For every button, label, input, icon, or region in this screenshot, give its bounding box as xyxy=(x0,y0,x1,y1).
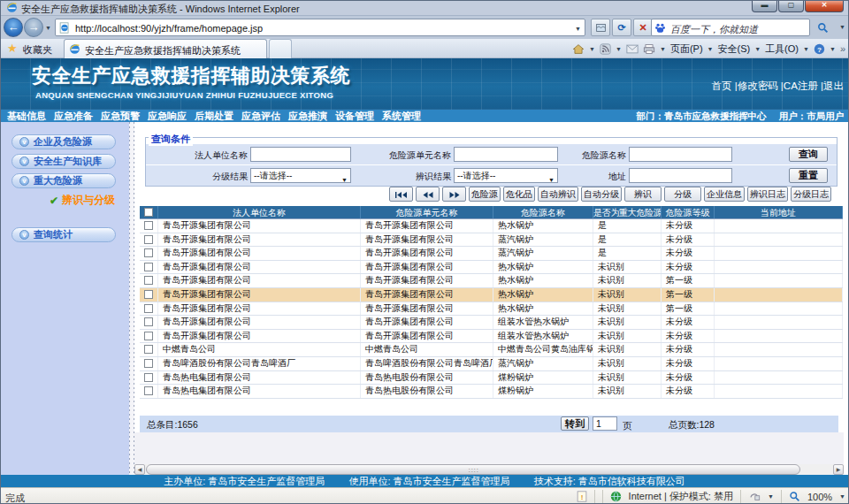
command-page[interactable]: 页面(P) xyxy=(670,42,703,56)
table-row[interactable]: 青岛热电集团有限公司 青岛热电股份有限公司 煤粉锅炉 未识别 未分级 xyxy=(140,385,843,399)
overflow-chevron-icon[interactable]: » xyxy=(840,43,845,54)
compatibility-button[interactable] xyxy=(591,19,610,36)
sidebar-item-enterprise-hazard[interactable]: v企业及危险源 xyxy=(11,134,116,149)
table-row[interactable]: 中燃青岛公司 中燃青岛公司 中燃青岛公司黄岛油库锅炉 未识别 未分级 xyxy=(140,343,843,357)
table-row[interactable]: 青岛开源集团有限公司 青岛开源集团有限公司 蒸汽锅炉 是 未分级 xyxy=(140,247,843,261)
favorites-label[interactable]: 收藏夹 xyxy=(23,43,52,57)
toolbar-button[interactable]: 自动分级 xyxy=(581,187,622,202)
browser-tab[interactable]: 安全生产应急救援指挥辅助决策系统 xyxy=(64,39,267,58)
history-dropdown-icon[interactable]: ▼ xyxy=(45,25,51,31)
identify-result-select[interactable]: --请选择--▼ xyxy=(454,168,558,183)
sidebar-item-major-hazard[interactable]: v重大危险源 xyxy=(11,173,116,188)
maximize-button[interactable]: ▢ xyxy=(778,0,804,12)
toolbar-button[interactable]: 自动辨识 xyxy=(538,187,578,202)
table-row[interactable]: 青岛热电集团有限公司 青岛热电股份有限公司 煤粉锅炉 未识别 未分级 xyxy=(140,371,843,386)
row-checkbox[interactable] xyxy=(144,373,153,382)
refresh-button[interactable]: ⟳ xyxy=(612,19,631,36)
goto-page-button[interactable]: 转到 xyxy=(561,416,589,431)
horizontal-scrollbar[interactable]: ◀ ∷∷ ▶ xyxy=(134,464,844,475)
status-text: 完成 xyxy=(5,492,25,504)
select-all-checkbox[interactable] xyxy=(144,208,153,217)
address-bar[interactable]: http://localhost:90/yjzh/frame/homepage.… xyxy=(55,19,585,36)
menu-item[interactable]: 系统管理 xyxy=(382,111,421,122)
menu-item[interactable]: 应急响应 xyxy=(148,111,187,122)
search-dropdown-icon[interactable]: ▼ xyxy=(839,24,845,30)
row-checkbox[interactable] xyxy=(144,332,153,340)
close-button[interactable]: ✕ xyxy=(805,0,844,12)
header-links[interactable]: 首页 |修改密码 |CA注册 |退出 xyxy=(711,80,844,93)
corp-name-input[interactable] xyxy=(250,147,351,162)
command-safety[interactable]: 安全(S) xyxy=(718,42,751,56)
toolbar-button[interactable]: 辨识 xyxy=(624,187,662,202)
menu-item[interactable]: 设备管理 xyxy=(335,111,374,122)
toolbar-button[interactable]: 企业信息 xyxy=(704,187,745,202)
query-button[interactable]: 查询 xyxy=(789,147,828,162)
menu-item[interactable]: 应急准备 xyxy=(54,111,93,122)
table-row[interactable]: 青岛开源集团有限公司 青岛开源集团有限公司 热水锅炉 未识别 第一级 xyxy=(140,302,843,317)
grade-result-select[interactable]: --请选择--▼ xyxy=(250,168,351,183)
menu-item[interactable]: 应急预警 xyxy=(101,111,140,122)
help-icon[interactable]: ? xyxy=(814,43,825,55)
print-icon[interactable] xyxy=(643,43,655,55)
search-icon[interactable] xyxy=(817,22,829,34)
zoom-icon[interactable] xyxy=(789,491,800,502)
table-row[interactable]: 青岛开源集团有限公司 青岛开源集团有限公司 组装水管热水锅炉 未识别 未分级 xyxy=(140,330,843,344)
toolbar-button[interactable]: 分级日志 xyxy=(791,187,831,202)
row-checkbox[interactable] xyxy=(144,304,153,313)
page-body: v企业及危险源 v安全生产知识库 v重大危险源 ✔辨识与分级 v查询统计 查询条… xyxy=(0,122,849,475)
forward-button[interactable]: → xyxy=(24,18,43,37)
menu-item[interactable]: 应急推演 xyxy=(288,111,327,122)
next-page-button[interactable] xyxy=(442,187,466,202)
address-dropdown-icon[interactable]: ▼ xyxy=(575,26,581,32)
table-row[interactable]: 青岛啤酒股份有限公司青岛啤酒厂 青岛啤酒股份有限公司青岛啤酒厂 蒸汽锅炉 未识别… xyxy=(140,357,843,371)
row-checkbox[interactable] xyxy=(144,248,153,257)
table-row[interactable]: 青岛开源集团有限公司 青岛开源集团有限公司 热水锅炉 未识别 第一级 xyxy=(140,274,843,288)
menu-item[interactable]: 应急评估 xyxy=(241,111,280,122)
row-checkbox[interactable] xyxy=(144,235,153,244)
menu-item[interactable]: 基础信息 xyxy=(7,111,46,122)
address-input[interactable] xyxy=(629,168,732,183)
search-box[interactable]: 百度一下，你就知道 xyxy=(651,19,810,36)
stop-button[interactable]: ✕ xyxy=(633,19,653,36)
mail-icon[interactable] xyxy=(626,44,639,54)
protection-icon[interactable] xyxy=(748,491,761,502)
row-checkbox[interactable] xyxy=(144,263,153,271)
row-checkbox[interactable] xyxy=(144,317,153,326)
table-row[interactable]: 青岛开源集团有限公司 青岛开源集团有限公司 组装水管热水锅炉 未识别 未分级 xyxy=(140,316,843,330)
home-icon[interactable] xyxy=(572,43,585,55)
first-page-button[interactable] xyxy=(389,187,413,202)
unit-name-input[interactable] xyxy=(454,147,558,162)
scrollbar-thumb[interactable]: ∷∷ xyxy=(146,464,800,475)
command-tools[interactable]: 工具(O) xyxy=(765,42,799,56)
row-checkbox[interactable] xyxy=(144,386,153,395)
hazard-name-input[interactable] xyxy=(629,147,732,162)
row-checkbox[interactable] xyxy=(144,359,153,368)
sidebar-item-query-stats[interactable]: v查询统计 xyxy=(11,227,116,242)
new-tab-stub[interactable] xyxy=(269,39,292,58)
row-checkbox[interactable] xyxy=(144,345,153,354)
menu-item[interactable]: 后期处置 xyxy=(195,111,233,122)
scroll-left-icon[interactable]: ◀ xyxy=(134,464,145,475)
scroll-right-icon[interactable]: ▶ xyxy=(833,464,844,475)
back-button[interactable]: ← xyxy=(4,18,23,37)
toolbar-button[interactable]: 辨识日志 xyxy=(747,187,788,202)
row-checkbox[interactable] xyxy=(144,221,153,230)
prev-page-button[interactable] xyxy=(416,187,440,202)
row-checkbox[interactable] xyxy=(144,290,153,299)
table-row[interactable]: 青岛开源集团有限公司 青岛开源集团有限公司 热水锅炉 未识别 未分级 xyxy=(140,261,843,275)
toolbar-button[interactable]: 分级 xyxy=(664,187,701,202)
toolbar-button[interactable]: 危化品 xyxy=(503,187,535,202)
reset-button[interactable]: 重置 xyxy=(789,168,828,183)
sidebar-item-knowledge-base[interactable]: v安全生产知识库 xyxy=(11,154,116,169)
page-number-input[interactable]: 1 xyxy=(593,416,617,431)
feed-icon[interactable] xyxy=(600,43,611,55)
table-row[interactable]: 青岛开源集团有限公司 青岛开源集团有限公司 热水锅炉 是 未分级 xyxy=(140,219,843,233)
toolbar-button[interactable]: 危险源 xyxy=(469,187,501,202)
table-row[interactable]: 青岛开源集团有限公司 青岛开源集团有限公司 热水锅炉 未识别 第一级 xyxy=(140,288,843,302)
minimize-button[interactable]: ▬ xyxy=(752,0,777,12)
row-checkbox[interactable] xyxy=(144,276,153,285)
favorites-star-icon[interactable]: ★ xyxy=(7,42,18,55)
sidebar-subitem-identify-grade[interactable]: ✔辨识与分级 xyxy=(50,193,129,208)
table-row[interactable]: 青岛开源集团有限公司 青岛开源集团有限公司 蒸汽锅炉 是 未分级 xyxy=(140,233,843,248)
sidebar: v企业及危险源 v安全生产知识库 v重大危险源 ✔辨识与分级 v查询统计 xyxy=(0,122,129,475)
